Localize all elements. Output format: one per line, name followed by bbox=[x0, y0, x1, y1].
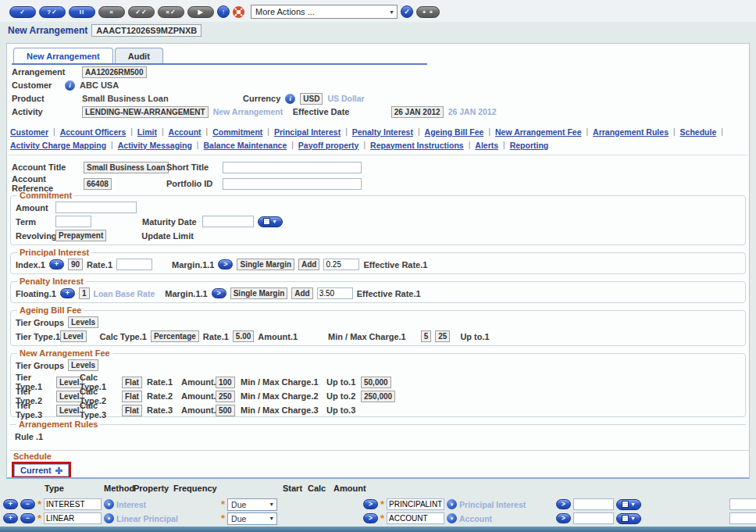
nav-link-new-arrangement-fee[interactable]: New Arrangement Fee bbox=[495, 127, 581, 137]
chevron-down-icon[interactable]: ▾ bbox=[104, 513, 114, 523]
upto-label: Up to.3 bbox=[326, 405, 361, 415]
transaction-id: AAACT12026S9MZPNXB bbox=[91, 24, 201, 37]
activity-enrichment: New Arrangement bbox=[213, 107, 288, 116]
product-row: Product Small Business Loan Currency i U… bbox=[12, 92, 749, 105]
nav-link-penalty-interest[interactable]: Penalty Interest bbox=[352, 127, 413, 137]
arrangement-row: Arrangement AA12026RM500 bbox=[12, 66, 749, 78]
nav-link-balance-maintenance[interactable]: Balance Maintenance bbox=[203, 141, 287, 150]
nav-link-account-officers[interactable]: Account Officers bbox=[60, 127, 127, 137]
rate-input[interactable] bbox=[116, 259, 152, 270]
reverse-button[interactable]: ×✓ bbox=[158, 6, 184, 18]
drill-button[interactable]: > bbox=[556, 513, 571, 523]
property-input[interactable] bbox=[387, 512, 444, 524]
fee-tier-row: Tier Type.3 Level Calc Type.3 Flat Rate.… bbox=[16, 401, 740, 414]
add-row-button[interactable]: + bbox=[3, 499, 18, 509]
nav-link-alerts[interactable]: Alerts bbox=[475, 141, 498, 150]
amount-input[interactable] bbox=[729, 498, 756, 510]
property-input[interactable] bbox=[387, 498, 444, 510]
expand-all-button[interactable]: + + bbox=[416, 6, 440, 18]
drill-button[interactable]: > bbox=[363, 513, 378, 523]
property-enrichment: Account bbox=[459, 514, 492, 523]
tab-new-arrangement[interactable]: New Arrangement bbox=[13, 48, 113, 63]
nav-link-limit[interactable]: Limit bbox=[137, 127, 157, 137]
account-title-label: Account Title bbox=[12, 162, 84, 172]
frequency-select[interactable]: Due ▼ bbox=[227, 498, 277, 511]
nav-link-commitment[interactable]: Commitment bbox=[212, 127, 262, 137]
calc-type-value: Flat bbox=[122, 405, 142, 416]
amount-input[interactable] bbox=[729, 512, 756, 524]
expand-button[interactable]: + bbox=[49, 259, 64, 270]
highlight-box: Current bbox=[12, 462, 71, 479]
expand-button[interactable]: + bbox=[60, 288, 75, 298]
nav-link-payoff-property[interactable]: Payoff property bbox=[298, 141, 359, 150]
type-input[interactable] bbox=[44, 498, 102, 510]
commit-button[interactable]: ✓ bbox=[9, 6, 36, 18]
calendar-icon bbox=[622, 501, 629, 508]
delete-button[interactable]: × bbox=[98, 6, 125, 18]
calendar-button[interactable]: ▼ bbox=[258, 216, 283, 227]
chevron-down-icon[interactable]: ▾ bbox=[447, 513, 457, 523]
chevron-down-icon[interactable]: ▾ bbox=[447, 499, 457, 509]
schedule-tab-current[interactable]: Current bbox=[14, 464, 69, 477]
dropdown-arrow-icon: ▼ bbox=[269, 516, 274, 521]
info-icon[interactable]: i bbox=[65, 80, 75, 91]
start-date-input[interactable] bbox=[573, 512, 614, 524]
rule-label: Rule .1 bbox=[15, 432, 43, 441]
hold-button[interactable]: II bbox=[69, 6, 95, 18]
activity-label: Activity bbox=[12, 107, 77, 116]
drill-button[interactable]: > bbox=[556, 499, 571, 509]
forward-button[interactable]: ▶ bbox=[187, 6, 214, 18]
currency-code: USD bbox=[300, 93, 323, 105]
nav-link-activity-messaging[interactable]: Activity Messaging bbox=[118, 141, 192, 150]
frequency-select[interactable]: Due ▼ bbox=[227, 512, 277, 525]
drill-button[interactable]: > bbox=[212, 288, 226, 298]
rate-label: Rate.2 bbox=[147, 391, 181, 401]
add-row-button[interactable]: + bbox=[3, 513, 18, 523]
dropdown-arrow-icon: ▼ bbox=[269, 502, 274, 507]
minmax-charge-label: Min / Max Charge.2 bbox=[241, 391, 326, 401]
maturity-date-input[interactable] bbox=[202, 216, 254, 227]
type-enrichment: Interest bbox=[116, 500, 146, 509]
launch-button[interactable]: ↑ bbox=[217, 5, 230, 18]
nav-link-reporting[interactable]: Reporting bbox=[510, 141, 549, 150]
confirm-button[interactable]: ✓ bbox=[401, 5, 413, 18]
property-enrichment: Principal Interest bbox=[459, 500, 526, 509]
amount-label: Amount bbox=[16, 203, 52, 212]
more-actions-select[interactable]: More Actions ... ▼ bbox=[251, 5, 398, 19]
margin-rate-input[interactable] bbox=[317, 287, 353, 299]
nav-link-arrangement-rules[interactable]: Arrangement Rules bbox=[593, 127, 669, 137]
chevron-down-icon[interactable]: ▾ bbox=[104, 499, 114, 509]
drill-button[interactable]: > bbox=[218, 259, 233, 270]
calendar-button[interactable]: ▼ bbox=[616, 499, 641, 510]
info-icon[interactable]: i bbox=[285, 94, 295, 104]
amount-input[interactable] bbox=[55, 202, 137, 213]
validate-button[interactable]: ?✓ bbox=[39, 6, 66, 18]
commitment-section: Commitment Amount Term Maturity Date ▼ R… bbox=[10, 191, 746, 245]
max-charge-value: 25 bbox=[435, 330, 450, 342]
calendar-button[interactable]: ▼ bbox=[616, 513, 641, 524]
help-icon[interactable] bbox=[233, 6, 244, 18]
nav-link-customer[interactable]: Customer bbox=[10, 127, 48, 137]
remove-row-button[interactable]: − bbox=[20, 513, 35, 523]
add-schedule-icon[interactable] bbox=[55, 467, 62, 474]
nav-link-activity-charge-mapping[interactable]: Activity Charge Mapping bbox=[10, 141, 106, 150]
nav-separator: | bbox=[197, 141, 199, 149]
nav-link-principal-interest[interactable]: Principal Interest bbox=[274, 127, 341, 137]
nav-link-account[interactable]: Account bbox=[169, 127, 201, 137]
drill-button[interactable]: > bbox=[363, 499, 378, 509]
nav-link-ageing-bill-fee[interactable]: Ageing Bill Fee bbox=[425, 127, 484, 137]
tab-audit[interactable]: Audit bbox=[115, 48, 163, 63]
term-label: Term bbox=[16, 217, 52, 227]
margin-rate-input[interactable] bbox=[323, 259, 359, 270]
nav-link-repayment-instructions[interactable]: Repayment Instructions bbox=[370, 141, 464, 150]
col-property: Property bbox=[134, 484, 169, 493]
portfolio-id-input[interactable] bbox=[223, 178, 362, 190]
nav-link-schedule[interactable]: Schedule bbox=[680, 127, 717, 137]
authorize-button[interactable]: ✓✓ bbox=[128, 6, 155, 18]
start-date-input[interactable] bbox=[573, 498, 614, 510]
type-input[interactable] bbox=[44, 512, 102, 524]
remove-row-button[interactable]: − bbox=[20, 499, 35, 509]
term-input[interactable] bbox=[55, 216, 91, 227]
short-title-input[interactable] bbox=[223, 162, 362, 173]
arrangement-rules-section: Arrangement Rules Rule .1 bbox=[10, 420, 746, 445]
